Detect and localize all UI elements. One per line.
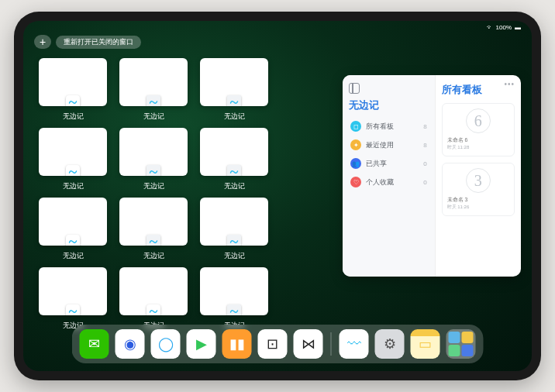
app-window-thumbnail[interactable]: 无边记	[200, 267, 268, 331]
freeform-app-icon	[147, 165, 160, 176]
app-window-thumbnail[interactable]: 无边记	[39, 128, 107, 191]
app-window-thumbnail[interactable]: 无边记	[200, 198, 268, 261]
window-preview	[39, 128, 107, 176]
freeform-dock-icon[interactable]: 〰	[340, 329, 369, 359]
sidebar-item-count: 0	[423, 160, 426, 167]
status-bar: ᯤ 100% ▬	[487, 24, 521, 31]
browser-1-dock-icon[interactable]: ◉	[115, 329, 145, 359]
app-window-thumbnail[interactable]: 无边记	[39, 58, 107, 122]
window-preview	[119, 198, 188, 246]
play-dock-icon[interactable]: ▶	[187, 329, 216, 359]
board-thumbnail: 3	[466, 168, 491, 193]
sidebar-item[interactable]: ◻ 所有看板 8	[349, 119, 429, 134]
board-title: 未命名 3	[447, 196, 509, 204]
board-title: 未命名 6	[447, 136, 509, 144]
window-preview	[119, 128, 188, 176]
boards-list: 6 未命名 6 昨天 11:28 3 未命名 3 昨天 11:26	[442, 103, 515, 216]
window-label: 无边记	[224, 112, 245, 122]
dice-dock-icon[interactable]: ⊡	[258, 329, 288, 359]
window-preview	[200, 58, 268, 106]
wechat-dock-icon[interactable]: ✉	[80, 329, 109, 359]
window-preview	[39, 267, 107, 315]
ipad-frame: ᯤ 100% ▬ + 重新打开已关闭的窗口 无边记无边记无边记无边记无边记无边记…	[14, 12, 541, 380]
freeform-app-icon	[66, 235, 80, 246]
wifi-icon: ᯤ	[487, 24, 493, 31]
sidebar-icon[interactable]	[349, 83, 360, 94]
window-preview	[200, 128, 268, 176]
sidebar-item[interactable]: 👥 已共享 0	[349, 156, 429, 171]
app-window-thumbnail[interactable]: 无边记	[119, 58, 188, 122]
app-library-icon[interactable]	[446, 329, 476, 359]
sidebar-item-label: 所有看板	[366, 122, 394, 132]
freeform-app-icon	[227, 95, 241, 106]
battery-label: 100%	[496, 24, 512, 31]
freeform-app-icon	[66, 304, 80, 315]
screen: ᯤ 100% ▬ + 重新打开已关闭的窗口 无边记无边记无边记无边记无边记无边记…	[23, 21, 532, 371]
reopen-label: 重新打开已关闭的窗口	[64, 38, 133, 46]
board-thumbnail: 6	[466, 108, 491, 133]
window-preview	[119, 267, 188, 315]
window-label: 无边记	[224, 181, 245, 191]
app-window-thumbnail[interactable]: 无边记	[119, 267, 188, 331]
dock-separator	[331, 332, 332, 356]
category-icon: ◻	[350, 121, 361, 132]
network-dock-icon[interactable]: ⋈	[294, 329, 323, 359]
window-label: 无边记	[143, 251, 164, 261]
settings-dock-icon[interactable]: ⚙	[375, 329, 405, 359]
sidebar-item-label: 已共享	[366, 159, 387, 169]
dock: ✉◉◯▶▮▮⊡⋈〰⚙▭	[72, 325, 484, 363]
app-window-thumbnail[interactable]: 无边记	[39, 267, 107, 331]
battery-icon: ▬	[515, 24, 521, 31]
sidebar-item-count: 8	[423, 142, 426, 149]
notes-dock-icon[interactable]: ▭	[411, 329, 440, 359]
board-meta: 昨天 11:28	[447, 144, 509, 151]
board-card[interactable]: 6 未命名 6 昨天 11:28	[442, 103, 515, 156]
app-window-thumbnail[interactable]: 无边记	[119, 198, 188, 261]
window-label: 无边记	[224, 251, 245, 261]
add-space-button[interactable]: +	[34, 35, 51, 49]
sidebar-item-count: 0	[423, 179, 426, 186]
window-preview	[200, 198, 268, 246]
window-preview	[119, 58, 188, 106]
panel-content: ••• 所有看板 6 未命名 6 昨天 11:28 3 未命名 3 昨天 11:…	[436, 75, 521, 277]
window-label: 无边记	[143, 181, 164, 191]
freeform-panel: 无边记 ◻ 所有看板 8 ✦ 最近使用 8 👥 已共享 0 ♡ 个人收藏 0 •…	[343, 75, 521, 277]
sidebar-item[interactable]: ✦ 最近使用 8	[349, 137, 429, 153]
category-icon: ✦	[350, 139, 361, 150]
board-meta: 昨天 11:26	[447, 204, 509, 211]
window-label: 无边记	[63, 181, 84, 191]
freeform-app-icon	[147, 304, 160, 315]
books-dock-icon[interactable]: ▮▮	[222, 329, 252, 359]
sidebar-item[interactable]: ♡ 个人收藏 0	[349, 174, 429, 190]
window-preview	[39, 58, 107, 106]
window-preview	[39, 198, 107, 246]
board-card[interactable]: 3 未命名 3 昨天 11:26	[442, 163, 515, 216]
freeform-app-icon	[147, 95, 160, 106]
panel-sidebar: 无边记 ◻ 所有看板 8 ✦ 最近使用 8 👥 已共享 0 ♡ 个人收藏 0	[343, 75, 436, 277]
sidebar-item-label: 个人收藏	[366, 177, 394, 187]
more-icon[interactable]: •••	[504, 80, 515, 88]
app-window-thumbnail[interactable]: 无边记	[200, 58, 268, 122]
panel-list: ◻ 所有看板 8 ✦ 最近使用 8 👥 已共享 0 ♡ 个人收藏 0	[349, 119, 429, 190]
freeform-app-icon	[147, 235, 160, 246]
sidebar-item-label: 最近使用	[366, 140, 394, 150]
freeform-app-icon	[227, 165, 241, 176]
freeform-app-icon	[227, 304, 241, 315]
app-switcher-grid: 无边记无边记无边记无边记无边记无边记无边记无边记无边记无边记无边记无边记	[39, 58, 333, 331]
app-window-thumbnail[interactable]: 无边记	[119, 128, 188, 191]
sidebar-item-count: 8	[423, 123, 426, 130]
top-controls: + 重新打开已关闭的窗口	[34, 35, 141, 49]
window-label: 无边记	[63, 112, 84, 122]
freeform-app-icon	[227, 235, 241, 246]
freeform-app-icon	[66, 165, 80, 176]
app-window-thumbnail[interactable]: 无边记	[39, 198, 107, 261]
category-icon: ♡	[350, 177, 361, 187]
browser-2-dock-icon[interactable]: ◯	[151, 329, 181, 359]
window-preview	[200, 267, 268, 315]
window-label: 无边记	[63, 251, 84, 261]
freeform-app-icon	[66, 95, 80, 106]
category-icon: 👥	[350, 158, 361, 169]
app-window-thumbnail[interactable]: 无边记	[200, 128, 268, 191]
panel-left-title: 无边记	[349, 98, 429, 112]
reopen-closed-window-button[interactable]: 重新打开已关闭的窗口	[56, 36, 141, 49]
